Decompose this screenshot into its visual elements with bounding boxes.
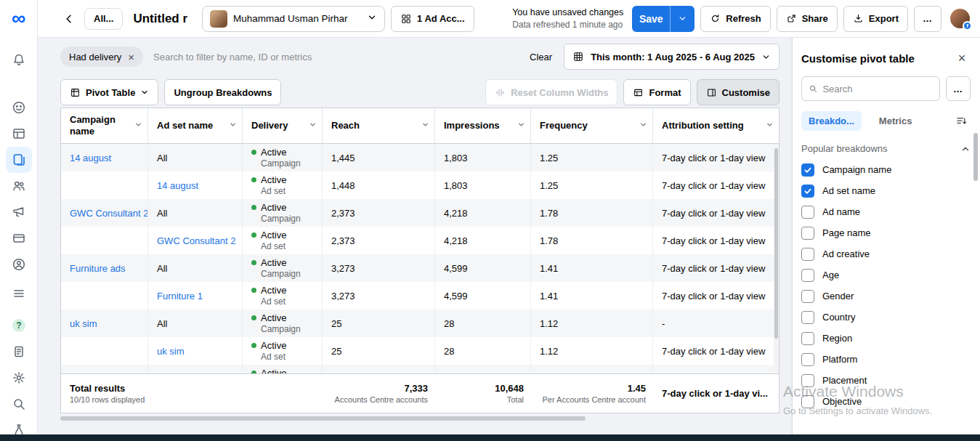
column-menu-icon[interactable] [229,120,237,132]
checkbox[interactable] [801,395,814,408]
breakdown-option-campaign-name[interactable]: Campaign name [801,159,971,180]
refresh-button[interactable]: Refresh [700,6,770,32]
table-row[interactable]: Furniture 1ActiveAd set3,2734,5991.417-d… [61,282,779,309]
table-row[interactable]: 14 augustAllActiveCampaign1,4451,8031.25… [61,144,779,171]
breakdown-option-region[interactable]: Region [801,328,971,349]
meta-logo-icon[interactable]: ∞ [6,5,32,31]
panel-search-input[interactable] [822,84,933,94]
all-reports-button[interactable]: All... [84,8,123,30]
checkbox[interactable] [801,332,814,345]
account-selector[interactable]: Muhammad Usman Pirhar [202,6,385,32]
adset-name-link[interactable]: uk sim [157,346,236,357]
breakdown-option-objective[interactable]: Objective [801,391,971,412]
view-type-dropdown[interactable]: Pivot Table [60,79,158,105]
panel-more-button[interactable]: … [946,76,971,101]
breakdown-option-ad-name[interactable]: Ad name [801,201,971,222]
breakdown-option-age[interactable]: Age [801,264,971,286]
panel-scroll-thumb[interactable] [973,133,978,181]
checkbox[interactable] [801,269,814,282]
campaign-name-link[interactable]: uk sim [70,318,142,329]
column-menu-icon[interactable] [421,120,429,132]
column-header-ad-set-name[interactable]: Ad set name [148,108,243,143]
ads-icon[interactable] [6,199,32,225]
close-panel-button[interactable]: × [953,49,971,67]
column-menu-icon[interactable] [639,120,647,132]
column-header-campaign-name[interactable]: Campaign name [61,108,148,143]
save-button[interactable]: Save [632,6,670,32]
table-row[interactable]: Furniture adsAllActiveCampaign3,2734,599… [61,254,779,282]
back-button[interactable] [60,9,78,28]
clear-filters-button[interactable]: Clear [528,49,554,65]
vertical-scroll-thumb[interactable] [774,148,778,339]
campaign-name-link[interactable]: GWC Consultant 2 [70,208,142,219]
checkbox[interactable] [801,290,814,303]
column-header-reach[interactable]: Reach [323,108,435,143]
format-button[interactable]: Format [623,79,690,105]
table-row[interactable]: Active [61,365,779,373]
export-button[interactable]: Export [843,6,908,32]
table-vertical-scrollbar[interactable] [774,144,779,373]
menu-lines-icon[interactable] [6,280,32,307]
ungroup-breakdowns-button[interactable]: Ungroup Breakdowns [164,79,281,105]
column-header-frequency[interactable]: Frequency [531,108,653,143]
column-menu-icon[interactable] [309,120,317,132]
adset-name-link[interactable]: GWC Consultant 2 [157,235,236,246]
table-horizontal-scrollbar[interactable] [60,416,779,421]
sort-options-button[interactable] [952,112,971,131]
date-range-picker[interactable]: This month: 1 Aug 2025 - 6 Aug 2025 [564,44,779,70]
table-row[interactable]: uk simActiveAd set25281.127-day click or… [61,337,779,365]
profile-avatar[interactable]: f [950,9,970,28]
panel-search[interactable] [801,76,940,101]
pages-icon[interactable] [6,339,32,365]
help-icon[interactable]: ? [6,312,32,339]
popular-breakdowns-section[interactable]: Popular breakdowns [801,143,971,154]
audiences-icon[interactable] [6,173,32,199]
tab-metrics[interactable]: Metrics [878,111,914,131]
checkbox[interactable] [801,206,814,219]
column-header-attribution-setting[interactable]: Attribution setting [653,108,779,143]
chip-close-icon[interactable]: × [128,52,134,62]
filter-chip-had-delivery[interactable]: Had delivery × [60,46,143,67]
column-menu-icon[interactable] [134,120,142,132]
table-row[interactable]: uk simAllActiveCampaign25281.12- [61,309,779,337]
horizontal-scroll-thumb[interactable] [60,416,586,421]
adset-name-link[interactable]: 14 august [157,180,236,191]
search-icon[interactable] [6,391,32,417]
billing-icon[interactable] [6,225,32,251]
table-row[interactable]: GWC Consultant 2AllActiveCampaign2,3734,… [61,199,779,227]
reports-icon[interactable] [6,147,32,173]
adset-name-link[interactable]: Furniture 1 [157,291,236,302]
column-menu-icon[interactable] [766,120,774,132]
breakdown-option-placement[interactable]: Placement [801,370,971,391]
campaigns-table-icon[interactable] [6,121,32,147]
reset-column-widths-button[interactable]: Reset Column Widths [485,79,617,105]
checkbox-checked[interactable] [801,185,814,198]
table-row[interactable]: 14 augustActiveAd set1,4481,8031.257-day… [61,171,779,199]
notifications-icon[interactable] [6,47,32,73]
checkbox[interactable] [801,248,814,261]
campaign-name-link[interactable]: 14 august [70,153,142,163]
tab-breakdowns[interactable]: Breakdo... [801,111,862,131]
column-header-delivery[interactable]: Delivery [243,108,323,143]
filter-search-input[interactable] [153,52,518,62]
breakdown-option-ad-creative[interactable]: Ad creative [801,243,971,264]
share-button[interactable]: Share [777,6,838,32]
more-options-button[interactable]: … [914,6,941,32]
breakdown-option-page-name[interactable]: Page name [801,222,971,243]
settings-icon[interactable] [6,365,32,391]
table-row[interactable]: GWC Consultant 2ActiveAd set2,3734,2181.… [61,227,779,254]
checkbox[interactable] [801,353,814,366]
column-menu-icon[interactable] [517,120,525,132]
checkbox[interactable] [801,227,814,240]
checkbox[interactable] [801,374,814,387]
breakdown-option-country[interactable]: Country [801,307,971,328]
business-account-icon[interactable] [6,251,32,278]
ad-account-button[interactable]: 1 Ad Acc... [391,6,474,32]
account-overview-icon[interactable] [6,94,32,121]
breakdown-option-gender[interactable]: Gender [801,286,971,307]
column-header-impressions[interactable]: Impressions [435,108,531,143]
save-options-button[interactable] [670,6,694,32]
checkbox[interactable] [801,311,814,324]
breakdown-option-ad-set-name[interactable]: Ad set name [801,180,971,201]
checkbox-checked[interactable] [801,163,814,177]
